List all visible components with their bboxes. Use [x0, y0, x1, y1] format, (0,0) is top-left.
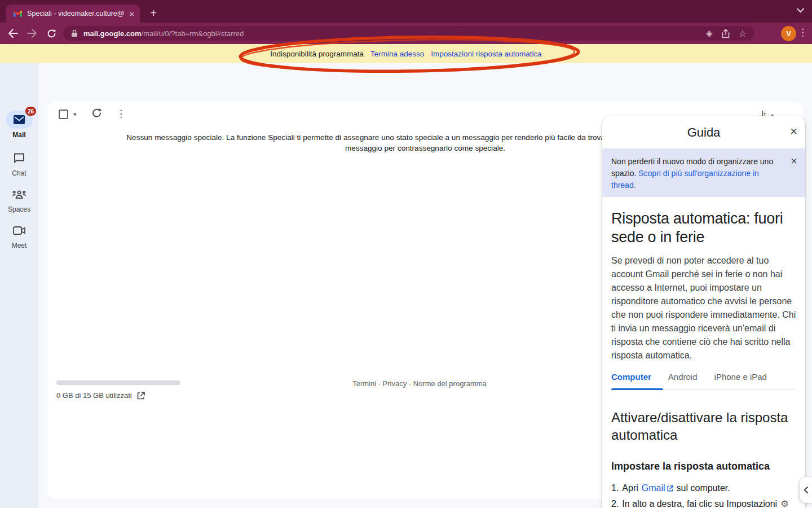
meet-icon	[13, 226, 25, 235]
external-link-icon	[667, 485, 673, 492]
gmail-favicon-icon	[14, 10, 22, 17]
notice-close-icon[interactable]: ×	[791, 155, 797, 167]
browser-tab-active[interactable]: Speciali - videomaker.culture@ ×	[6, 5, 140, 23]
new-tab-button[interactable]: +	[145, 5, 161, 21]
tab-computer[interactable]: Computer	[611, 372, 651, 388]
share-icon[interactable]	[722, 29, 730, 38]
spaces-icon	[12, 190, 26, 199]
storage-label: 0 GB di 15 GB utilizzati	[56, 391, 132, 400]
help-panel-close-icon[interactable]: ×	[790, 124, 797, 139]
vacation-settings-link[interactable]: Impostazioni risposta automatica	[431, 50, 542, 58]
help-panel: Guida × Non perderti il nuovo modo di or…	[602, 116, 805, 508]
select-caret-icon[interactable]: ▾	[73, 111, 77, 118]
help-article-title: Risposta automatica: fuori sede o in fer…	[611, 209, 796, 247]
help-step-2: 2. In alto a destra, fai clic su Imposta…	[611, 496, 796, 508]
rail-label-mail: Mail	[0, 131, 38, 139]
bookmark-star-icon[interactable]: ☆	[739, 28, 747, 39]
tab-title: Speciali - videomaker.culture@	[27, 10, 126, 17]
help-notice-banner: Non perderti il nuovo modo di organizzar…	[602, 148, 805, 197]
address-bar[interactable]: mail.google.com/mail/u/0/?tab=rm&ogbl#st…	[63, 26, 754, 41]
lock-icon	[71, 29, 78, 37]
chat-icon	[14, 153, 25, 164]
help-panel-header: Guida ×	[602, 116, 805, 148]
platform-tabs: Computer Android iPhone e iPad	[611, 372, 796, 388]
help-section-title: Attivare/disattivare la risposta automat…	[611, 409, 796, 444]
end-now-link[interactable]: Termina adesso	[370, 50, 424, 58]
side-panel-icon[interactable]	[762, 27, 774, 38]
settings-gear-inline-icon: ⚙	[780, 496, 788, 508]
tab-android[interactable]: Android	[668, 372, 698, 388]
mail-icon	[14, 115, 25, 124]
sidebar-item-meet[interactable]: Meet	[0, 221, 38, 249]
storage-progress-bar	[56, 380, 180, 385]
refresh-icon[interactable]	[91, 108, 102, 119]
gmail-link[interactable]: Gmail	[642, 480, 673, 496]
tab-close-icon[interactable]: ×	[129, 10, 134, 18]
left-navigation-rail: 26 Mail Chat Spaces	[0, 63, 38, 508]
url-domain: mail.google.com	[83, 29, 142, 38]
collapse-side-panel-button[interactable]	[800, 477, 812, 503]
help-steps-list: 1. Apri Gmail sul computer. 2. In alto a…	[611, 480, 796, 508]
sidebar-item-chat[interactable]: Chat	[0, 149, 38, 177]
banner-text: Indisponibilità programmata	[270, 50, 364, 58]
help-panel-title: Guida	[602, 125, 805, 140]
tabs-divider	[611, 388, 796, 390]
help-article-body: Se prevedi di non poter accedere al tuo …	[611, 254, 796, 362]
rail-label-meet: Meet	[0, 242, 38, 249]
help-step-1: 1. Apri Gmail sul computer.	[611, 480, 796, 496]
storage-external-link-icon[interactable]	[137, 392, 145, 400]
tab-search-chevron-icon[interactable]	[797, 8, 804, 13]
back-button[interactable]	[3, 25, 23, 41]
sidebar-item-mail[interactable]: 26 Mail	[0, 111, 38, 139]
reload-button[interactable]	[42, 25, 61, 41]
reading-mode-icon[interactable]: ◈	[706, 28, 713, 38]
rail-label-chat: Chat	[0, 169, 38, 177]
vacation-responder-banner: Indisponibilità programmata Termina ades…	[0, 44, 812, 63]
browser-menu-icon[interactable]: ⋮	[798, 27, 807, 38]
help-subsection-title: Impostare la risposta automatica	[611, 461, 796, 472]
unread-count-badge: 26	[25, 107, 36, 116]
storage-meter: 0 GB di 15 GB utilizzati	[56, 380, 180, 400]
tab-iphone-ipad[interactable]: iPhone e iPad	[714, 372, 767, 388]
forward-button[interactable]	[23, 25, 42, 41]
sidebar-item-spaces[interactable]: Spaces	[0, 185, 38, 213]
url-path: /mail/u/0/?tab=rm&ogbl#starred	[142, 29, 244, 38]
gmail-header: Gmail is:starred Online ▾ ? ⚙	[0, 63, 812, 102]
browser-tabstrip: Speciali - videomaker.culture@ × +	[0, 0, 812, 23]
rail-label-spaces: Spaces	[0, 205, 38, 213]
select-all-checkbox[interactable]	[59, 110, 68, 119]
browser-profile-avatar[interactable]: V	[781, 26, 796, 41]
more-options-icon[interactable]: ⋮	[116, 108, 126, 120]
